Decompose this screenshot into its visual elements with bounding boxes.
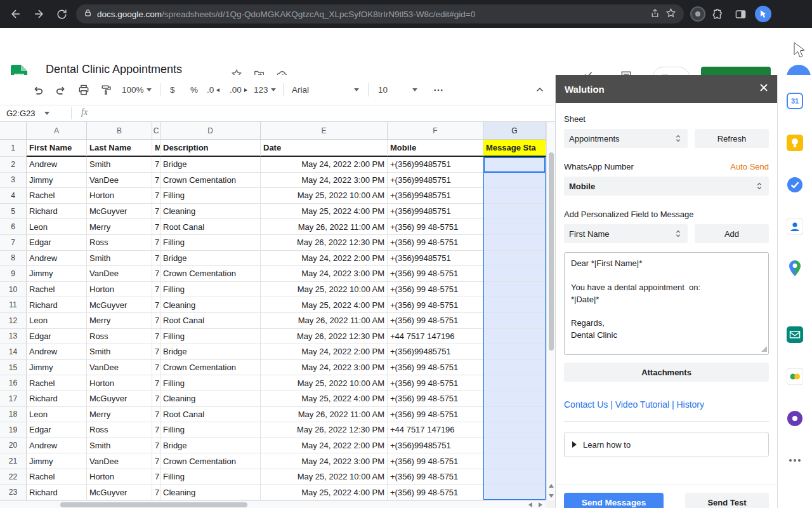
cell-message-status[interactable] xyxy=(483,235,546,251)
more-side-panel-icon[interactable] xyxy=(786,451,804,469)
cell-message-status[interactable] xyxy=(483,266,546,282)
cell-first-name[interactable]: Andrew xyxy=(27,438,87,454)
cell-description[interactable]: Filling xyxy=(160,469,261,485)
cell-date[interactable]: May 24, 2022 3:00 PM xyxy=(261,360,388,376)
cell-first-name[interactable]: Jimmy xyxy=(27,266,87,282)
cell-c[interactable]: 7: xyxy=(152,422,160,438)
cell-c[interactable]: 7: xyxy=(152,251,160,267)
row-number[interactable]: 11 xyxy=(0,297,27,313)
learn-how-to-expander[interactable]: Learn how to xyxy=(564,432,769,457)
tasks-icon[interactable] xyxy=(786,176,804,194)
addon-mail-icon[interactable] xyxy=(786,326,804,344)
cell-mobile[interactable]: +(356)99485751 xyxy=(388,438,483,454)
cell-description[interactable]: Crown Cementation xyxy=(160,360,261,376)
row-number[interactable]: 3 xyxy=(0,173,27,189)
cell-last-name[interactable]: McGuyver xyxy=(87,297,152,313)
format-percent-button[interactable]: % xyxy=(190,75,198,105)
cell-last-name[interactable]: Horton xyxy=(87,282,152,298)
cell-mobile[interactable]: +(356) 99 48-5751 xyxy=(388,485,483,500)
refresh-button[interactable]: Refresh xyxy=(695,129,769,148)
cell-mobile[interactable]: +44 7517 147196 xyxy=(388,329,483,345)
cell-last-name[interactable]: McGuyver xyxy=(87,485,152,500)
cell-first-name[interactable]: Andrew xyxy=(27,157,87,173)
cell-description[interactable]: Crown Cementation xyxy=(160,173,261,189)
cell-description[interactable]: Root Canal xyxy=(160,407,261,423)
document-title[interactable]: Dental Clinic Appointments xyxy=(46,63,182,76)
cell-first-name[interactable]: Edgar xyxy=(27,235,87,251)
row-number[interactable]: 17 xyxy=(0,391,27,407)
cell-last-name[interactable]: VanDee xyxy=(87,453,152,469)
vertical-scrollbar[interactable] xyxy=(546,122,555,500)
cell-last-name[interactable]: Merry xyxy=(87,407,152,423)
cell-message-status[interactable] xyxy=(483,407,546,423)
format-currency-button[interactable]: $ xyxy=(170,75,175,105)
header-cell-mobile[interactable]: Mobile xyxy=(388,140,483,157)
row-number[interactable]: 19 xyxy=(0,422,27,438)
cell-message-status[interactable] xyxy=(483,282,546,298)
cell-first-name[interactable]: Rachel xyxy=(27,469,87,485)
cell-mobile[interactable]: +(356) 99 48-5751 xyxy=(388,313,483,329)
cell-last-name[interactable]: Smith xyxy=(87,251,152,267)
cell-description[interactable]: Filling xyxy=(160,188,261,204)
horizontal-scrollbar-thumb[interactable] xyxy=(60,502,247,507)
cell-message-status[interactable] xyxy=(483,375,546,391)
row-number[interactable]: 10 xyxy=(0,282,27,298)
cell-c[interactable]: 7: xyxy=(152,219,160,235)
sidebar-link[interactable]: Contact Us xyxy=(564,399,615,410)
cell-message-status[interactable] xyxy=(483,297,546,313)
cell-c[interactable]: 7: xyxy=(152,266,160,282)
cell-description[interactable]: Crown Cementation xyxy=(160,266,261,282)
cell-mobile[interactable]: +(356)99485751 xyxy=(388,188,483,204)
cell-date[interactable]: May 24, 2022 2:00 PM xyxy=(261,438,388,454)
cell-date[interactable]: May 25, 2022 10:00 AM xyxy=(261,188,388,204)
cell-c[interactable]: 7: xyxy=(152,344,160,360)
vertical-scrollbar-thumb[interactable] xyxy=(549,152,554,351)
cell-first-name[interactable]: Rachel xyxy=(27,188,87,204)
cell-c[interactable]: 7: xyxy=(152,282,160,298)
cell-mobile[interactable]: +44 7517 147196 xyxy=(388,422,483,438)
column-header[interactable]: C xyxy=(152,122,160,140)
cell-first-name[interactable]: Jimmy xyxy=(27,453,87,469)
cell-message-status[interactable] xyxy=(483,391,546,407)
cell-first-name[interactable]: Richard xyxy=(27,297,87,313)
cell-message-status[interactable] xyxy=(483,438,546,454)
cell-mobile[interactable]: +(356)99485751 xyxy=(388,344,483,360)
column-header-selected[interactable]: G xyxy=(483,122,546,140)
cell-date[interactable]: May 26, 2022 11:00 AM xyxy=(261,219,388,235)
attachments-button[interactable]: Attachments xyxy=(564,363,769,382)
cell-date[interactable]: May 25, 2022 4:00 PM xyxy=(261,485,388,500)
sidebar-link[interactable]: History xyxy=(676,399,704,410)
browser-reload-icon[interactable] xyxy=(51,3,72,25)
cell-description[interactable]: Cleaning xyxy=(160,485,261,500)
cell-mobile[interactable]: +(356)99485751 xyxy=(388,157,483,173)
cell-description[interactable]: Bridge xyxy=(160,251,261,267)
cell-date[interactable]: May 24, 2022 2:00 PM xyxy=(261,251,388,267)
font-size-select[interactable]: 10 xyxy=(378,75,417,105)
column-header[interactable]: F xyxy=(388,122,483,140)
cell-date[interactable]: May 26, 2022 12:30 PM xyxy=(261,329,388,345)
browser-back-icon[interactable] xyxy=(5,3,27,25)
cell-date[interactable]: May 26, 2022 12:30 PM xyxy=(261,422,388,438)
cell-date[interactable]: May 25, 2022 4:00 PM xyxy=(261,297,388,313)
cell-description[interactable]: Filling xyxy=(160,235,261,251)
cell-description[interactable]: Root Canal xyxy=(160,219,261,235)
cell-c[interactable]: 7: xyxy=(152,313,160,329)
cell-description[interactable]: Bridge xyxy=(160,157,261,173)
cell-last-name[interactable]: Ross xyxy=(87,235,152,251)
calendar-icon[interactable]: 31 xyxy=(786,92,804,110)
cell-message-status[interactable] xyxy=(483,329,546,345)
cell-last-name[interactable]: Merry xyxy=(87,219,152,235)
name-box[interactable]: G2:G23 xyxy=(0,105,71,121)
cell-c[interactable]: 7: xyxy=(152,157,160,173)
cell-message-status[interactable] xyxy=(483,485,546,500)
cell-date[interactable]: May 24, 2022 2:00 PM xyxy=(261,157,388,173)
browser-side-panel-icon[interactable] xyxy=(730,3,751,25)
cell-description[interactable]: Filling xyxy=(160,329,261,345)
field-select[interactable]: First Name xyxy=(564,224,688,243)
header-cell-c[interactable]: M xyxy=(152,140,160,157)
header-cell-first-name[interactable]: First Name xyxy=(27,140,87,157)
cell-message-status[interactable] xyxy=(483,360,546,376)
cell-description[interactable]: Cleaning xyxy=(160,204,261,220)
cell-last-name[interactable]: VanDee xyxy=(87,266,152,282)
cell-c[interactable]: 7: xyxy=(152,297,160,313)
